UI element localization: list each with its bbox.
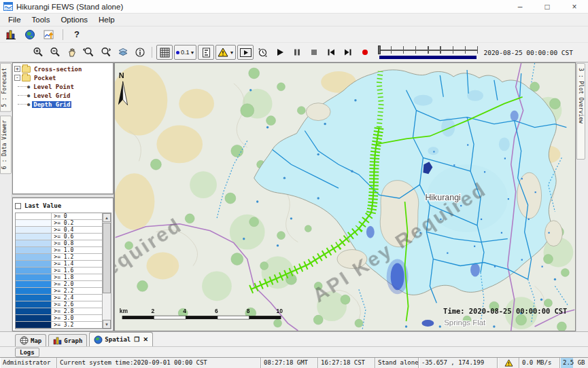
legend-swatch [16,295,52,301]
tree-item-label: Depth Grid [32,101,71,108]
legend-row-label: >= 3.2 [52,322,102,328]
tab-close-icon[interactable]: ✕ [143,336,148,343]
pause-button[interactable] [289,45,305,60]
status-mode: Stand alone [375,358,419,368]
warning-threshold-dropdown[interactable]: ▼ [215,45,236,60]
scroll-down-icon[interactable]: ▼ [103,320,111,329]
play-button[interactable] [272,45,288,60]
svg-text:6: 6 [215,308,218,314]
zoom-next-icon [100,47,111,58]
legend-toggle-button[interactable] [198,45,214,60]
globe-icon [94,335,103,344]
stop-button[interactable] [306,45,322,60]
help-button[interactable]: ? [69,28,85,41]
zoom-previous-button[interactable] [81,45,97,60]
right-tab-strip: 3 : Plot Overview [576,62,588,331]
legend-row-label: >= 0 [52,213,102,219]
tab-forecast[interactable]: 5 : Forecast [0,63,12,112]
minimize-button[interactable]: – [506,0,534,13]
tree-item[interactable]: ●Level Grid [14,91,113,100]
maximize-button[interactable]: □ [534,0,561,13]
menu-file[interactable]: File [3,14,27,25]
legend-row-label: >= 1.2 [52,254,102,260]
legend-row-label: >= 0.6 [52,234,102,240]
contour-interval-dropdown[interactable]: 0.1 ▼ [174,45,196,60]
bullet-icon: ● [27,84,30,90]
scroll-thumb[interactable] [103,223,111,293]
tree-item[interactable]: ●Depth Grid [14,100,113,109]
zoom-out-button[interactable] [47,45,63,60]
legend-row: >= 0 [16,213,102,220]
legend-row-label: >= 1.4 [52,261,102,267]
legend-row-label: >= 1.6 [52,268,102,274]
tree-item[interactable]: ●Level Point [14,82,113,91]
legend-swatch [16,281,52,287]
tab-spatial[interactable]: Spatial ❐ ✕ [89,332,153,346]
time-slider[interactable] [378,45,478,60]
last-frame-button[interactable] [340,45,356,60]
spatial-toolbar: 0.1 ▼ ▼ [0,42,588,62]
explorer-chart-button[interactable] [3,28,19,41]
tree-item[interactable]: -Pocket [14,73,113,82]
zoom-in-icon [33,47,44,58]
grid-display-button[interactable] [156,45,173,60]
interval-value: 0.1 [181,49,190,56]
info-icon [135,47,145,58]
app-icon [3,2,13,11]
legend-swatch [16,315,52,321]
time-slider-handle[interactable] [378,45,381,54]
skip-end-icon [344,48,352,56]
legend-row: >= 1.6 [16,268,102,274]
zoom-in-button[interactable] [30,45,46,60]
menu-tools[interactable]: Tools [27,14,56,25]
time-span-bar [379,56,477,59]
scroll-up-icon[interactable]: ▲ [103,213,111,222]
legend-row: >= 1.0 [16,247,102,254]
animation-settings-button[interactable] [255,45,271,60]
dot-icon [176,51,179,54]
menu-help[interactable]: Help [93,14,120,25]
map-display-button[interactable] [22,28,38,41]
chevron-down-icon: ▼ [190,50,195,55]
layers-button[interactable] [115,45,131,60]
legend-swatch [16,308,52,314]
status-warning-cell[interactable] [498,358,519,368]
menu-options[interactable]: Options [55,14,93,25]
first-frame-button[interactable] [323,45,339,60]
tab-data-viewer[interactable]: 6 : Data Viewer [0,115,12,174]
tree-guide [18,104,27,105]
bar-chart-icon [5,29,17,40]
map-viewport[interactable]: API Key Required API Key Required N km 2… [114,62,576,331]
info-button[interactable] [132,45,148,60]
timeseries-display-button[interactable] [41,28,57,41]
close-button[interactable]: × [561,0,588,13]
toolbar-separator [152,47,152,58]
last-value-checkbox[interactable] [15,203,21,209]
toolbar-datetime: 2020-08-25 00:00:00 CST [483,49,573,56]
movie-player-button[interactable] [237,45,254,60]
title-bar: Hikurangi FEWS (Stand alone) – □ × [0,0,588,14]
record-button[interactable] [357,45,373,60]
tab-maximize-icon[interactable]: ❐ [134,336,139,343]
legend-row: >= 1.8 [16,274,102,281]
legend-row-label: >= 2.8 [52,308,102,314]
play-icon [276,48,284,56]
tree-expander[interactable]: + [14,66,20,72]
svg-text:km: km [120,308,128,314]
legend-row: >= 1.2 [16,254,102,261]
legend-swatch [16,261,52,267]
chart-arrow-icon [44,29,55,40]
status-memory: 2.5 GB [560,358,588,368]
logs-tab[interactable]: Logs [15,348,39,357]
zoom-next-button[interactable] [98,45,114,60]
tab-graph[interactable]: Graph [48,334,87,346]
tab-map[interactable]: Map [15,334,46,346]
pan-button[interactable] [64,45,80,60]
legend-swatch [16,213,52,219]
tree-expander[interactable]: - [14,75,20,81]
legend-scrollbar[interactable]: ▲ ▼ [102,213,111,329]
tree-item[interactable]: +Cross-section [14,65,113,73]
tab-plot-overview[interactable]: 3 : Plot Overview [576,63,585,160]
status-system-time: Current system time:2020-09-01 00:00 CST [57,358,261,368]
town-label: Hikurangi [425,193,460,202]
